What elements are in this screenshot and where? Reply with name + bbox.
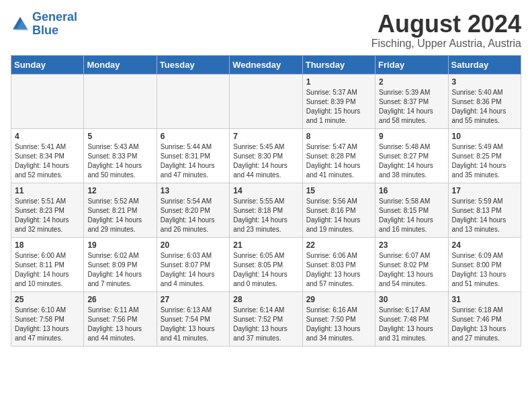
calendar-header-sunday: Sunday — [11, 55, 84, 74]
calendar-cell: 27Sunrise: 6:13 AM Sunset: 7:54 PM Dayli… — [157, 291, 229, 346]
calendar-cell: 29Sunrise: 6:16 AM Sunset: 7:50 PM Dayli… — [302, 291, 375, 346]
calendar-cell: 12Sunrise: 5:52 AM Sunset: 8:21 PM Dayli… — [84, 183, 157, 237]
day-number: 31 — [452, 295, 517, 304]
calendar-cell — [84, 74, 157, 128]
calendar-cell: 24Sunrise: 6:09 AM Sunset: 8:00 PM Dayli… — [448, 237, 521, 291]
calendar-header-friday: Friday — [375, 55, 448, 74]
calendar-header-monday: Monday — [84, 55, 157, 74]
day-info: Sunrise: 6:13 AM Sunset: 7:54 PM Dayligh… — [161, 306, 226, 343]
day-info: Sunrise: 5:43 AM Sunset: 8:33 PM Dayligh… — [87, 142, 152, 180]
calendar-cell: 20Sunrise: 6:03 AM Sunset: 8:07 PM Dayli… — [157, 237, 229, 291]
calendar-header-saturday: Saturday — [448, 55, 521, 74]
day-number: 27 — [161, 295, 226, 304]
calendar-cell: 30Sunrise: 6:17 AM Sunset: 7:48 PM Dayli… — [375, 291, 448, 346]
day-info: Sunrise: 5:54 AM Sunset: 8:20 PM Dayligh… — [161, 197, 226, 234]
title-block: August 2024 Fisching, Upper Austria, Aus… — [371, 11, 521, 50]
day-number: 5 — [87, 132, 152, 141]
calendar-cell: 4Sunrise: 5:41 AM Sunset: 8:34 PM Daylig… — [11, 128, 84, 183]
day-info: Sunrise: 5:55 AM Sunset: 8:18 PM Dayligh… — [233, 197, 298, 234]
day-info: Sunrise: 6:18 AM Sunset: 7:46 PM Dayligh… — [452, 306, 517, 343]
logo-text: General Blue — [32, 11, 77, 38]
day-number: 20 — [161, 240, 226, 250]
day-number: 23 — [379, 240, 444, 250]
calendar-cell: 9Sunrise: 5:48 AM Sunset: 8:27 PM Daylig… — [375, 128, 448, 183]
calendar-cell: 14Sunrise: 5:55 AM Sunset: 8:18 PM Dayli… — [230, 183, 302, 237]
calendar-cell: 13Sunrise: 5:54 AM Sunset: 8:20 PM Dayli… — [157, 183, 229, 237]
day-info: Sunrise: 6:06 AM Sunset: 8:03 PM Dayligh… — [306, 251, 371, 289]
day-info: Sunrise: 5:47 AM Sunset: 8:28 PM Dayligh… — [306, 142, 371, 180]
day-number: 10 — [452, 132, 517, 141]
calendar-week-row: 11Sunrise: 5:51 AM Sunset: 8:23 PM Dayli… — [11, 183, 521, 237]
calendar-cell: 16Sunrise: 5:58 AM Sunset: 8:15 PM Dayli… — [375, 183, 448, 237]
day-info: Sunrise: 5:56 AM Sunset: 8:16 PM Dayligh… — [306, 197, 371, 234]
calendar-cell: 2Sunrise: 5:39 AM Sunset: 8:37 PM Daylig… — [375, 74, 448, 128]
day-number: 6 — [161, 132, 226, 141]
calendar-cell: 15Sunrise: 5:56 AM Sunset: 8:16 PM Dayli… — [302, 183, 375, 237]
day-number: 12 — [87, 186, 152, 195]
day-number: 4 — [15, 132, 80, 141]
day-info: Sunrise: 6:14 AM Sunset: 7:52 PM Dayligh… — [233, 306, 298, 343]
day-info: Sunrise: 6:00 AM Sunset: 8:11 PM Dayligh… — [15, 251, 80, 289]
calendar-cell: 6Sunrise: 5:44 AM Sunset: 8:31 PM Daylig… — [157, 128, 229, 183]
day-number: 1 — [306, 77, 371, 87]
calendar-cell: 1Sunrise: 5:37 AM Sunset: 8:39 PM Daylig… — [302, 74, 375, 128]
day-number: 3 — [452, 77, 517, 87]
day-number: 28 — [233, 295, 298, 304]
calendar-week-row: 4Sunrise: 5:41 AM Sunset: 8:34 PM Daylig… — [11, 128, 521, 183]
day-number: 18 — [15, 240, 80, 250]
day-number: 19 — [87, 240, 152, 250]
calendar-week-row: 18Sunrise: 6:00 AM Sunset: 8:11 PM Dayli… — [11, 237, 521, 291]
page-title: August 2024 — [371, 11, 521, 38]
day-info: Sunrise: 6:03 AM Sunset: 8:07 PM Dayligh… — [161, 251, 226, 289]
calendar-cell: 28Sunrise: 6:14 AM Sunset: 7:52 PM Dayli… — [230, 291, 302, 346]
calendar-cell — [230, 74, 302, 128]
logo: General Blue — [11, 11, 77, 38]
calendar-cell: 25Sunrise: 6:10 AM Sunset: 7:58 PM Dayli… — [11, 291, 84, 346]
day-info: Sunrise: 6:17 AM Sunset: 7:48 PM Dayligh… — [379, 306, 444, 343]
calendar-cell: 17Sunrise: 5:59 AM Sunset: 8:13 PM Dayli… — [448, 183, 521, 237]
day-number: 16 — [379, 186, 444, 195]
calendar-week-row: 1Sunrise: 5:37 AM Sunset: 8:39 PM Daylig… — [11, 74, 521, 128]
day-number: 9 — [379, 132, 444, 141]
calendar-cell: 18Sunrise: 6:00 AM Sunset: 8:11 PM Dayli… — [11, 237, 84, 291]
calendar-cell: 8Sunrise: 5:47 AM Sunset: 8:28 PM Daylig… — [302, 128, 375, 183]
calendar-cell — [11, 74, 84, 128]
calendar-week-row: 25Sunrise: 6:10 AM Sunset: 7:58 PM Dayli… — [11, 291, 521, 346]
calendar-cell: 26Sunrise: 6:11 AM Sunset: 7:56 PM Dayli… — [84, 291, 157, 346]
day-number: 25 — [15, 295, 80, 304]
day-info: Sunrise: 6:09 AM Sunset: 8:00 PM Dayligh… — [452, 251, 517, 289]
day-info: Sunrise: 5:52 AM Sunset: 8:21 PM Dayligh… — [87, 197, 152, 234]
day-info: Sunrise: 5:39 AM Sunset: 8:37 PM Dayligh… — [379, 88, 444, 126]
day-number: 30 — [379, 295, 444, 304]
day-number: 29 — [306, 295, 371, 304]
day-info: Sunrise: 6:11 AM Sunset: 7:56 PM Dayligh… — [87, 306, 152, 343]
calendar-header-row: SundayMondayTuesdayWednesdayThursdayFrid… — [11, 55, 521, 74]
calendar-cell — [157, 74, 229, 128]
day-info: Sunrise: 6:05 AM Sunset: 8:05 PM Dayligh… — [233, 251, 298, 289]
day-number: 21 — [233, 240, 298, 250]
day-number: 15 — [306, 186, 371, 195]
page-subtitle: Fisching, Upper Austria, Austria — [371, 38, 521, 50]
calendar-table: SundayMondayTuesdayWednesdayThursdayFrid… — [11, 55, 521, 347]
day-info: Sunrise: 5:48 AM Sunset: 8:27 PM Dayligh… — [379, 142, 444, 180]
calendar-header-wednesday: Wednesday — [230, 55, 302, 74]
day-number: 2 — [379, 77, 444, 87]
day-info: Sunrise: 5:37 AM Sunset: 8:39 PM Dayligh… — [306, 88, 371, 126]
day-info: Sunrise: 5:41 AM Sunset: 8:34 PM Dayligh… — [15, 142, 80, 180]
calendar-header-thursday: Thursday — [302, 55, 375, 74]
calendar-header-tuesday: Tuesday — [157, 55, 229, 74]
calendar-cell: 19Sunrise: 6:02 AM Sunset: 8:09 PM Dayli… — [84, 237, 157, 291]
day-info: Sunrise: 5:49 AM Sunset: 8:25 PM Dayligh… — [452, 142, 517, 180]
calendar-cell: 22Sunrise: 6:06 AM Sunset: 8:03 PM Dayli… — [302, 237, 375, 291]
day-info: Sunrise: 5:58 AM Sunset: 8:15 PM Dayligh… — [379, 197, 444, 234]
day-number: 7 — [233, 132, 298, 141]
page-header: General Blue August 2024 Fisching, Upper… — [11, 11, 521, 50]
calendar-cell: 3Sunrise: 5:40 AM Sunset: 8:36 PM Daylig… — [448, 74, 521, 128]
day-number: 26 — [87, 295, 152, 304]
calendar-cell: 11Sunrise: 5:51 AM Sunset: 8:23 PM Dayli… — [11, 183, 84, 237]
logo-icon — [11, 15, 30, 34]
day-number: 14 — [233, 186, 298, 195]
calendar-cell: 21Sunrise: 6:05 AM Sunset: 8:05 PM Dayli… — [230, 237, 302, 291]
day-number: 22 — [306, 240, 371, 250]
calendar-cell: 10Sunrise: 5:49 AM Sunset: 8:25 PM Dayli… — [448, 128, 521, 183]
